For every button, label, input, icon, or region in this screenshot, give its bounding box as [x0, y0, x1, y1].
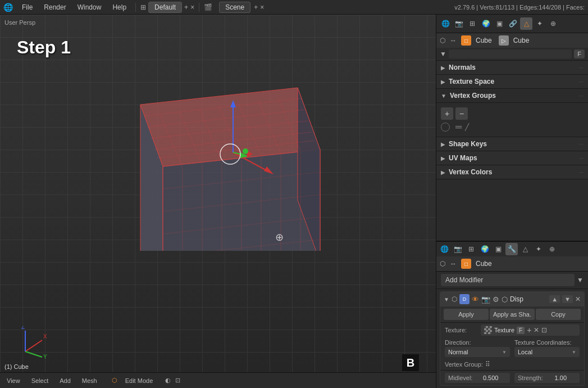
mod-icon-layers[interactable]: ⊞	[465, 243, 477, 255]
viewport-3d[interactable]: ⊕ User Persp Step 1 X Y Z (1) Cube B Vie…	[0, 15, 436, 388]
viewport-shading-btn[interactable]: ◐	[165, 377, 171, 384]
texture-space-dots: ···	[579, 79, 584, 85]
workspace-close-btn[interactable]: ×	[190, 3, 194, 11]
add-menu-btn[interactable]: Add	[56, 376, 74, 385]
strength-field[interactable]: Strength: 1.00	[514, 373, 580, 383]
object-name-top: Cube	[476, 37, 492, 44]
select-menu-btn[interactable]: Select	[28, 376, 52, 385]
blender-info: v2.79.6 | Verts:81/113 | Edges:144/208 |…	[454, 4, 585, 11]
vertex-group-label: Vertex Group:	[445, 361, 483, 368]
vertex-groups-section-header[interactable]: ▼ Vertex Groups ···	[436, 89, 588, 103]
texture-picker[interactable]: Texture F + ✕ ⊡	[481, 324, 580, 336]
menu-help[interactable]: Help	[108, 2, 131, 12]
texture-space-arrow: ▶	[441, 79, 445, 85]
vertex-group-icon: ⠿	[485, 360, 490, 368]
apply-shape-btn[interactable]: Apply as Sha.	[490, 309, 535, 320]
texture-add-btn[interactable]: +	[527, 326, 531, 335]
shape-keys-title: Shape Keys	[449, 140, 487, 148]
mod-icon-world[interactable]: 🌍	[478, 243, 491, 255]
menu-window[interactable]: Window	[73, 2, 106, 12]
vertex-colors-section-header[interactable]: ▶ Vertex Colors ···	[436, 165, 588, 179]
vg-row: ═ ╱	[441, 120, 584, 134]
vg-remove-btn[interactable]: −	[455, 107, 468, 120]
modifier-eye-icon[interactable]: 👁	[472, 295, 479, 304]
mod-icon-object[interactable]: ▣	[492, 243, 504, 255]
workspace-tab-default[interactable]: Default	[148, 2, 182, 13]
vg-add-btn[interactable]: +	[441, 107, 453, 120]
svg-line-38	[25, 351, 42, 357]
cube-3d-svg	[84, 71, 348, 251]
vg-equals-icon: ═	[455, 122, 462, 132]
texture-label: Texture:	[445, 327, 478, 333]
prop-icon-layers[interactable]: ⊞	[466, 17, 478, 30]
view-menu-btn[interactable]: View	[3, 376, 24, 385]
props-icon-row-top: 🌐 📷 ⊞ 🌍 ▣ 🔗 △ ✦ ⊕	[438, 16, 586, 31]
prop-icon-particles[interactable]: ✦	[534, 17, 546, 30]
menu-render[interactable]: Render	[39, 2, 70, 12]
modifier-up-btn[interactable]: ▲	[549, 295, 560, 303]
mod-icon-scene[interactable]: 🌐	[438, 243, 450, 255]
workspace-add-btn[interactable]: +	[184, 3, 188, 11]
texture-remove-btn[interactable]: ✕	[534, 326, 539, 334]
modifier-editmode-icon[interactable]: ⚙	[493, 295, 499, 304]
mod-icon-physics[interactable]: ⊕	[546, 243, 558, 255]
modifier-type-icon: D	[459, 294, 470, 304]
tex-coords-dropdown[interactable]: Local Global Object UV	[514, 347, 580, 357]
apply-btn[interactable]: Apply	[444, 309, 489, 320]
vg-circle-icon	[441, 123, 450, 132]
scene-add-btn[interactable]: +	[254, 3, 258, 11]
normals-section-header[interactable]: ▶ Normals ···	[436, 61, 588, 75]
prop-icon-mesh[interactable]: △	[520, 17, 532, 30]
mesh-menu-btn[interactable]: Mesh	[79, 376, 101, 385]
texture-browse-btn[interactable]: ⊡	[541, 326, 547, 334]
filter-input[interactable]	[449, 49, 572, 58]
prop-icon-object[interactable]: ▣	[493, 17, 505, 30]
modifier-name: Disp	[510, 295, 547, 303]
svg-line-36	[25, 340, 42, 351]
add-modifier-btn[interactable]: Add Modifier	[441, 274, 575, 286]
prop-icon-constraints[interactable]: 🔗	[507, 17, 519, 30]
mod-icon-data[interactable]: △	[519, 243, 531, 255]
modifier-action-row: Apply Apply as Sha. Copy	[440, 306, 584, 323]
prop-icon-scene[interactable]: 🌐	[439, 17, 452, 30]
modifier-down-btn[interactable]: ▼	[562, 295, 573, 303]
mode-icon: ⬡	[112, 377, 117, 384]
viewport-wire-btn[interactable]: ⊡	[175, 377, 180, 384]
object-name-tab: Cube	[513, 37, 530, 44]
modifier-top-bar: ⬡ ↔ □ Cube	[436, 256, 588, 272]
copy-btn[interactable]: Copy	[536, 309, 581, 320]
mod-icon-particles[interactable]: ✦	[532, 243, 545, 255]
filter-f-btn[interactable]: F	[574, 49, 585, 58]
edit-mode-btn[interactable]: Edit Mode	[122, 376, 157, 385]
modifier-camera-icon[interactable]: 📷	[481, 295, 490, 304]
cursor-crosshair: ⊕	[275, 231, 284, 243]
scene-close-btn[interactable]: ×	[260, 3, 264, 11]
properties-sections[interactable]: ▶ Normals ··· ▶ Texture Space ··· ▼ Vert…	[436, 61, 588, 241]
mod-icon-modifier[interactable]: 🔧	[505, 243, 518, 255]
modifier-delete-btn[interactable]: ✕	[575, 295, 581, 303]
prop-icon-render[interactable]: 📷	[453, 17, 465, 30]
texture-f-btn[interactable]: F	[517, 327, 525, 334]
prop-icon-physics[interactable]: ⊕	[547, 17, 559, 30]
direction-col: Direction: Normal X Y Z Custom Normal RG…	[445, 339, 510, 357]
scene-tab[interactable]: Scene	[219, 2, 250, 13]
prop-icon-world[interactable]: 🌍	[480, 17, 492, 30]
strength-value: 1.00	[545, 375, 576, 381]
uv-maps-section-header[interactable]: ▶ UV Maps ···	[436, 151, 588, 165]
modifier-collapse-arrow[interactable]: ▼	[444, 296, 449, 303]
direction-dropdown[interactable]: Normal X Y Z Custom Normal RGB to XYZ	[445, 347, 510, 357]
vertex-groups-title: Vertex Groups	[450, 92, 496, 100]
modifier-visibility-icon[interactable]: ⬡	[452, 295, 457, 303]
object-info: (1) Cube	[4, 363, 29, 370]
midlevel-field[interactable]: Midlevel: 0.500	[445, 373, 510, 383]
top-menubar: 🌐 File Render Window Help ⊞ Default + × …	[0, 0, 588, 15]
vertex-group-field-row: Vertex Group: ⠿	[440, 359, 584, 370]
modifier-settings-icon[interactable]: ⬡	[502, 295, 508, 304]
texture-space-section-header[interactable]: ▶ Texture Space ···	[436, 75, 588, 89]
shape-keys-section-header[interactable]: ▶ Shape Keys ···	[436, 137, 588, 151]
uv-maps-arrow: ▶	[441, 155, 445, 161]
mod-icon-render[interactable]: 📷	[452, 243, 464, 255]
menu-file[interactable]: File	[17, 2, 37, 12]
direction-label: Direction:	[445, 339, 510, 346]
mod-object-name: Cube	[476, 260, 492, 268]
